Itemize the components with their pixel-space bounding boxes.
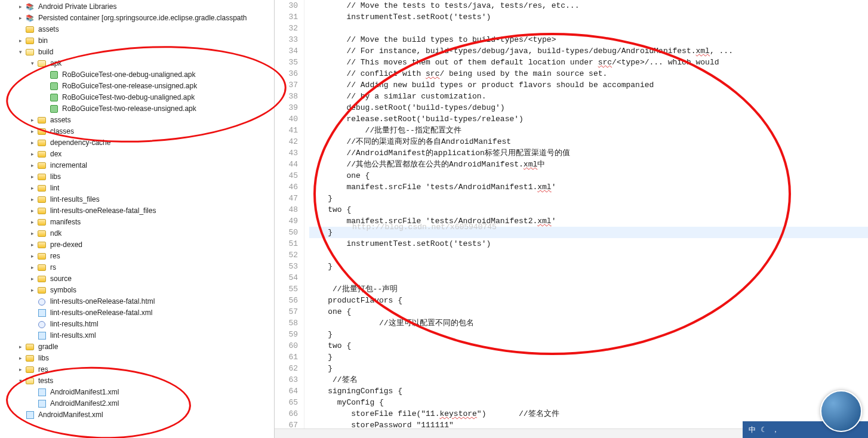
code-line[interactable] [309, 249, 868, 261]
tree-item[interactable]: ▸lint [0, 183, 274, 194]
chevron-down-icon[interactable]: ▾ [17, 378, 24, 385]
code-area[interactable]: http://blog.csdn.net/x605940745 // Move … [304, 0, 868, 438]
chevron-right-icon[interactable]: ▸ [29, 196, 36, 203]
tree-item[interactable]: ▸pre-dexed [0, 239, 274, 251]
code-line[interactable]: instrumentTest.setRoot('tests') [309, 11, 868, 23]
chevron-right-icon[interactable]: ▸ [29, 208, 36, 215]
code-line[interactable]: } [309, 351, 868, 363]
code-line[interactable]: } [309, 363, 868, 374]
tree-item[interactable]: lint-results-oneRelease-fatal.html [0, 296, 274, 307]
chevron-right-icon[interactable]: ▸ [29, 174, 36, 181]
chevron-right-icon[interactable]: ▸ [29, 185, 36, 192]
code-line[interactable]: } [309, 227, 868, 238]
code-line[interactable]: // by a similar customization. [309, 91, 868, 102]
tree-item[interactable]: ▸symbols [0, 285, 274, 296]
tree-item[interactable]: ▸libs [0, 171, 274, 183]
code-line[interactable]: //这里可以配置不同的包名 [309, 317, 868, 329]
code-line[interactable]: // Adding new build types or product fla… [309, 79, 868, 91]
chevron-down-icon[interactable]: ▾ [29, 60, 36, 67]
code-line[interactable]: //批量打包--指定配置文件 [309, 125, 868, 136]
code-line[interactable]: debug.setRoot('build-types/debug') [309, 102, 868, 113]
code-line[interactable]: //批量打包--声明 [309, 283, 868, 295]
tree-item[interactable]: ▾build [0, 47, 274, 58]
code-line[interactable]: } [309, 329, 868, 340]
tree-item[interactable]: lint-results.xml [0, 330, 274, 341]
chevron-right-icon[interactable]: ▸ [29, 140, 36, 147]
tree-item[interactable]: RoBoGuiceTest-one-debug-unaligned.apk [0, 69, 274, 81]
code-line[interactable]: one { [309, 306, 868, 317]
chevron-right-icon[interactable]: ▸ [17, 344, 24, 351]
code-editor[interactable]: 3031323334353637383940414243444546474849… [275, 0, 868, 438]
code-line[interactable]: productFlavors { [309, 295, 868, 306]
code-line[interactable]: instrumentTest.setRoot('tests') [309, 238, 868, 249]
tree-item[interactable]: AndroidManifest2.xml [0, 398, 274, 409]
chevron-right-icon[interactable]: ▸ [29, 162, 36, 169]
code-line[interactable]: //其他公共配置都放在公共的AndroidManifest.xml中 [309, 159, 868, 170]
tree-item[interactable]: ▸dex [0, 149, 274, 160]
project-explorer[interactable]: ▸Android Private Libraries▸Persisted con… [0, 0, 275, 438]
chevron-down-icon[interactable]: ▾ [17, 49, 24, 56]
tree-item[interactable]: AndroidManifest.xml [0, 409, 274, 421]
tree-item[interactable]: ▸res [0, 364, 274, 375]
chevron-right-icon[interactable]: ▸ [17, 38, 24, 45]
chevron-right-icon[interactable]: ▸ [17, 355, 24, 362]
code-line[interactable]: signingConfigs { [309, 385, 868, 397]
tree-item[interactable]: RoBoGuiceTest-two-debug-unaligned.apk [0, 92, 274, 103]
code-line[interactable]: } [309, 193, 868, 204]
code-line[interactable]: // Move the tests to tests/java, tests/r… [309, 0, 868, 11]
tree-item[interactable]: assets [0, 24, 274, 35]
code-line[interactable]: // Move the build types to build-types/<… [309, 34, 868, 45]
chevron-right-icon[interactable]: ▸ [17, 15, 24, 22]
tree-item[interactable]: ▸lint-results-oneRelease-fatal_files [0, 205, 274, 217]
code-line[interactable]: // This moves them out of them default l… [309, 57, 868, 68]
tree-item[interactable]: ▾apk [0, 58, 274, 69]
chevron-right-icon[interactable]: ▸ [29, 287, 36, 294]
code-line[interactable]: } [309, 261, 868, 272]
chevron-right-icon[interactable]: ▸ [17, 366, 24, 374]
tree-item[interactable]: ▾tests [0, 375, 274, 387]
tree-item[interactable]: ▸lint-results_files [0, 194, 274, 205]
tree-item[interactable]: ▸Android Private Libraries [0, 1, 274, 13]
code-line[interactable]: manifest.srcFile 'tests/AndroidManifest2… [309, 215, 868, 227]
code-line[interactable]: manifest.srcFile 'tests/AndroidManifest1… [309, 181, 868, 193]
chevron-right-icon[interactable]: ▸ [29, 253, 36, 260]
tree-item[interactable]: ▸res [0, 251, 274, 262]
tree-item[interactable]: ▸source [0, 273, 274, 285]
tree-item[interactable]: AndroidManifest1.xml [0, 387, 274, 398]
code-line[interactable]: //不同的渠道商对应的各自AndroidManifest [309, 136, 868, 147]
code-line[interactable]: two { [309, 340, 868, 351]
tree-item[interactable]: ▸incremental [0, 160, 274, 171]
code-line[interactable] [309, 23, 868, 34]
tree-item[interactable]: lint-results.html [0, 319, 274, 330]
code-line[interactable]: release.setRoot('build-types/release') [309, 113, 868, 125]
tree-item[interactable]: RoBoGuiceTest-two-release-unsigned.apk [0, 103, 274, 115]
tree-item[interactable]: ▸ndk [0, 228, 274, 239]
chevron-right-icon[interactable]: ▸ [29, 128, 36, 135]
tree-item[interactable]: ▸gradle [0, 341, 274, 353]
tree-item[interactable]: ▸Persisted container [org.springsource.i… [0, 13, 274, 24]
ime-indicator[interactable]: 中 [749, 425, 756, 435]
chevron-right-icon[interactable]: ▸ [29, 117, 36, 124]
chevron-right-icon[interactable]: ▸ [29, 230, 36, 237]
tree-item[interactable]: ▸libs [0, 353, 274, 364]
tree-item[interactable]: lint-results-oneRelease-fatal.xml [0, 307, 274, 319]
code-line[interactable]: // For instance, build-types/debug/java,… [309, 45, 868, 57]
code-line[interactable] [309, 272, 868, 283]
tree-item[interactable]: ▸manifests [0, 217, 274, 228]
tree-item[interactable]: ▸assets [0, 115, 274, 126]
tree-item[interactable]: RoBoGuiceTest-one-release-unsigned.apk [0, 81, 274, 92]
chevron-right-icon[interactable]: ▸ [17, 4, 24, 11]
chevron-right-icon[interactable]: ▸ [29, 264, 36, 272]
chevron-right-icon[interactable]: ▸ [29, 276, 36, 283]
code-line[interactable]: two { [309, 204, 868, 215]
code-line[interactable]: //签名 [309, 374, 868, 385]
chevron-right-icon[interactable]: ▸ [29, 219, 36, 226]
code-line[interactable]: // conflict with src/ being used by the … [309, 68, 868, 79]
code-line[interactable]: storeFile file("11.keystore") //签名文件 [309, 408, 868, 420]
chevron-right-icon[interactable]: ▸ [29, 151, 36, 158]
tree-item[interactable]: ▸classes [0, 126, 274, 137]
chevron-right-icon[interactable]: ▸ [29, 242, 36, 249]
tree-item[interactable]: ▸dependency-cache [0, 137, 274, 149]
tree-item[interactable]: ▸bin [0, 35, 274, 47]
code-line[interactable]: myConfig { [309, 397, 868, 408]
